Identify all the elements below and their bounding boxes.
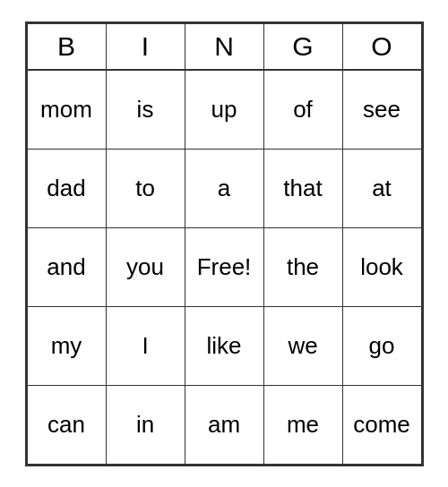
table-row: andyouFree!thelook [27,227,421,306]
header-g: G [263,23,342,70]
header-row: B I N G O [27,23,421,70]
cell-r1-c4: at [342,149,421,227]
cell-r4-c4: come [342,385,421,464]
cell-r1-c1: to [106,149,185,227]
cell-r1-c3: that [263,149,342,227]
cell-r0-c3: of [263,70,342,149]
cell-r1-c0: dad [27,149,106,227]
cell-r3-c0: my [27,306,106,385]
table-row: momisupofsee [27,70,421,149]
cell-r2-c0: and [27,227,106,306]
cell-r0-c0: mom [27,70,106,149]
cell-r2-c1: you [106,227,185,306]
cell-r2-c2: Free! [185,227,263,306]
cell-r1-c2: a [185,149,263,227]
cell-r2-c3: the [263,227,342,306]
cell-r3-c3: we [263,306,342,385]
cell-r4-c1: in [106,385,185,464]
cell-r0-c4: see [342,70,421,149]
cell-r3-c1: I [106,306,185,385]
table-row: caninammecome [27,385,421,464]
header-i: I [106,23,185,70]
cell-r0-c2: up [185,70,263,149]
cell-r2-c4: look [342,227,421,306]
cell-r3-c4: go [342,306,421,385]
cell-r4-c3: me [263,385,342,464]
cell-r0-c1: is [106,70,185,149]
cell-r4-c2: am [185,385,263,464]
header-o: O [342,23,421,70]
bingo-card: B I N G O momisupofseedadtoathatatandyou… [25,21,424,466]
header-n: N [185,23,263,70]
table-row: myIlikewego [27,306,421,385]
bingo-table: B I N G O momisupofseedadtoathatatandyou… [27,23,422,465]
header-b: B [27,23,106,70]
cell-r4-c0: can [27,385,106,464]
cell-r3-c2: like [185,306,263,385]
table-row: dadtoathatat [27,149,421,227]
